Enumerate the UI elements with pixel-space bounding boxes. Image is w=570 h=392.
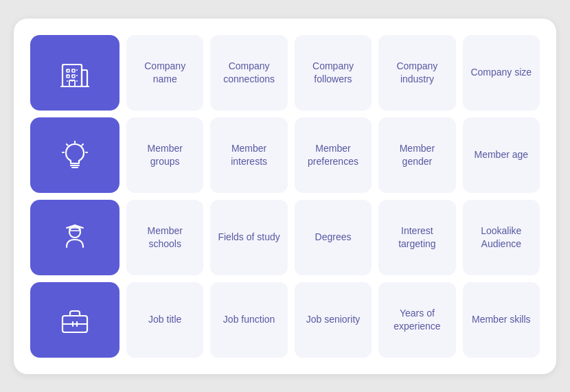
targeting-grid: Company nameCompany connectionsCompany f… [30, 35, 540, 358]
row-icon-briefcase [30, 282, 119, 358]
targeting-item-0-3[interactable]: Company industry [378, 35, 455, 111]
targeting-item-3-0[interactable]: Job title [126, 282, 203, 358]
main-card: Company nameCompany connectionsCompany f… [14, 19, 556, 374]
svg-rect-12 [82, 70, 87, 87]
svg-rect-14 [72, 69, 75, 72]
row-icon-graduate [30, 200, 119, 275]
targeting-item-1-0[interactable]: Member groups [126, 117, 203, 193]
targeting-item-0-0[interactable]: Company name [126, 35, 203, 111]
targeting-item-3-3[interactable]: Years of experience [378, 282, 455, 358]
targeting-item-2-0[interactable]: Member schools [126, 200, 203, 275]
targeting-item-2-1[interactable]: Fields of study [210, 200, 287, 275]
svg-line-24 [67, 144, 68, 146]
targeting-item-0-4[interactable]: Company size [463, 35, 540, 111]
targeting-item-1-3[interactable]: Member gender [378, 117, 455, 193]
svg-rect-1 [82, 70, 87, 87]
row-icon-building [30, 35, 119, 111]
targeting-item-3-4[interactable]: Member skills [463, 282, 540, 358]
targeting-item-2-3[interactable]: Interest targeting [378, 200, 455, 275]
targeting-item-3-2[interactable]: Job seniority [295, 282, 372, 358]
targeting-item-2-4[interactable]: Lookalike Audience [463, 200, 540, 275]
targeting-item-2-2[interactable]: Degrees [295, 200, 372, 275]
svg-rect-16 [72, 75, 75, 78]
targeting-item-1-1[interactable]: Member interests [210, 117, 287, 193]
targeting-item-0-1[interactable]: Company connections [210, 35, 287, 111]
svg-rect-15 [67, 75, 69, 78]
row-icon-lightbulb [30, 117, 119, 193]
svg-line-22 [82, 144, 84, 146]
targeting-item-1-2[interactable]: Member preferences [295, 117, 372, 193]
svg-rect-13 [67, 69, 69, 72]
svg-rect-27 [69, 228, 80, 231]
targeting-item-0-2[interactable]: Company followers [295, 35, 372, 111]
targeting-item-1-4[interactable]: Member age [463, 117, 540, 193]
targeting-item-3-1[interactable]: Job function [210, 282, 287, 358]
